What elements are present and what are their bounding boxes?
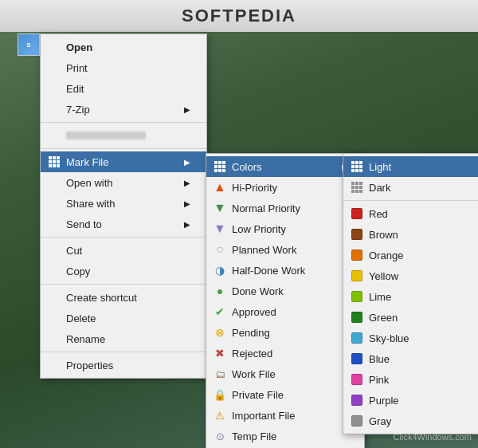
rename-icon <box>47 332 61 346</box>
lime-dot <box>351 291 362 302</box>
normalpriority-icon: ▼ <box>213 201 227 215</box>
menu-item-plannedwork[interactable]: ○ Planned Work <box>206 239 364 260</box>
menu-item-properties[interactable]: Properties <box>41 355 206 375</box>
menu-item-workfile[interactable]: 🗂 Work File <box>206 364 364 384</box>
menu-item-markfile[interactable]: Mark File ▶ <box>41 151 206 172</box>
menu-item-gray[interactable]: Gray <box>343 411 478 431</box>
approved-icon: ✔ <box>213 305 227 319</box>
sendto-arrow: ▶ <box>184 220 190 229</box>
menu-item-donework[interactable]: ● Done Work <box>206 281 364 301</box>
sendto-label: Send to <box>66 218 179 230</box>
green-icon <box>350 310 364 324</box>
menu-item-approved[interactable]: ✔ Approved <box>206 301 364 322</box>
menu-item-light[interactable]: Light ▶ <box>343 156 478 177</box>
colors-grid-icon <box>213 159 227 174</box>
orange-icon <box>350 248 364 262</box>
edit-icon <box>47 81 61 96</box>
menu-item-normalpriority[interactable]: ▼ Normal Priority <box>206 198 364 218</box>
light-icon <box>350 159 364 174</box>
delete-label: Delete <box>66 312 190 324</box>
menu-item-createshortcut[interactable]: Create shortcut <box>41 287 206 308</box>
menu-item-print[interactable]: Print <box>41 57 206 78</box>
pink-icon <box>350 372 364 387</box>
purple-label: Purple <box>369 395 478 407</box>
menu-item-sendto[interactable]: Send to ▶ <box>41 214 206 234</box>
menu-item-red[interactable]: Red <box>343 203 478 224</box>
cut-icon <box>47 243 61 257</box>
menu-item-hipriority[interactable]: ▲ Hi-Priority <box>206 177 364 198</box>
menu-item-pending[interactable]: ⊗ Pending <box>206 322 364 343</box>
menu-item-7zip[interactable]: 7-Zip ▶ <box>41 99 206 120</box>
brown-dot <box>351 229 362 240</box>
softpedia-header: SOFTPEDIA <box>0 0 478 32</box>
sep-3 <box>41 237 206 238</box>
skyblue-label: Sky-blue <box>369 332 478 344</box>
menu-item-copy[interactable]: Copy <box>41 261 206 281</box>
menu-item-privatefile[interactable]: 🔒 Private File <box>206 384 364 405</box>
pink-dot <box>351 374 362 385</box>
green-dot <box>351 312 362 323</box>
redacted-icon <box>47 128 61 143</box>
menu-item-lowpriority[interactable]: ▼ Low Priority <box>206 218 364 239</box>
gray-label: Gray <box>369 415 478 427</box>
sharewith-label: Share with <box>66 198 179 210</box>
colors-label: Colors <box>232 161 337 173</box>
approved-label: Approved <box>232 306 348 318</box>
menu-item-delete[interactable]: Delete <box>41 308 206 328</box>
orange-dot <box>351 250 362 261</box>
light-dots <box>351 161 362 172</box>
sharewith-icon <box>47 196 61 210</box>
normalpriority-label: Normal Priority <box>232 202 348 214</box>
sendto-icon <box>47 217 61 231</box>
sharewith-arrow: ▶ <box>184 199 190 208</box>
menu-item-lime[interactable]: Lime <box>343 286 478 307</box>
gray-dot <box>351 415 362 426</box>
rejected-icon: ✖ <box>213 346 227 360</box>
red-dot <box>351 208 362 219</box>
markfile-icon <box>47 155 61 169</box>
dark-label: Dark <box>369 182 474 194</box>
openwith-icon <box>47 175 61 190</box>
menu-item-cut[interactable]: Cut <box>41 240 206 261</box>
menu-item-tempfile[interactable]: ⊙ Temp File <box>206 426 364 446</box>
green-label: Green <box>369 312 478 324</box>
softpedia-logo: SOFTPEDIA <box>182 6 296 26</box>
menu-item-rejected[interactable]: ✖ Rejected <box>206 343 364 364</box>
menu-item-green[interactable]: Green <box>343 307 478 328</box>
menu-item-importantfile[interactable]: ⚠ Important File <box>206 405 364 426</box>
menu-item-rename[interactable]: Rename <box>41 328 206 349</box>
menu-item-brown[interactable]: Brown <box>343 224 478 245</box>
pending-icon: ⊗ <box>213 325 227 340</box>
menu-item-openwith[interactable]: Open with ▶ <box>41 172 206 193</box>
menu-item-yellow[interactable]: Yellow <box>343 265 478 286</box>
red-icon <box>350 206 364 221</box>
tempfile-icon: ⊙ <box>213 429 227 443</box>
sep-5 <box>41 352 206 352</box>
colors-header-item[interactable]: Colors ▶ <box>206 156 364 177</box>
menu-item-orange[interactable]: Orange <box>343 245 478 265</box>
menu-item-skyblue[interactable]: Sky-blue <box>343 328 478 348</box>
menu-item-open[interactable]: Open <box>41 37 206 57</box>
menu-item-halfdonework[interactable]: ◑ Half-Done Work <box>206 260 364 281</box>
colors-submenu: Colors ▶ ▲ Hi-Priority ▼ Normal Priority… <box>206 153 365 448</box>
menu-item-pink[interactable]: Pink <box>343 369 478 390</box>
menu-item-edit[interactable]: Edit <box>41 78 206 99</box>
menu-item-sharewith[interactable]: Share with ▶ <box>41 193 206 214</box>
menu-item-purple[interactable]: Purple <box>343 390 478 411</box>
edit-label: Edit <box>66 83 190 95</box>
red-label: Red <box>369 208 478 220</box>
menu-item-blue[interactable]: Blue <box>343 348 478 369</box>
brown-icon <box>350 227 364 242</box>
light-submenu: Light ▶ Dark ▶ Red Brown Orange Yellow L… <box>343 153 478 434</box>
yellow-dot <box>351 270 362 281</box>
rejected-label: Rejected <box>232 348 348 360</box>
sep-1 <box>41 122 206 123</box>
hipriority-label: Hi-Priority <box>232 182 348 194</box>
createshortcut-icon <box>47 290 61 305</box>
openwith-label: Open with <box>66 177 179 189</box>
markfile-label: Mark File <box>66 156 179 168</box>
open-icon <box>47 40 61 54</box>
plannedwork-icon: ○ <box>213 242 227 257</box>
blue-dot <box>351 353 362 364</box>
menu-item-dark[interactable]: Dark ▶ <box>343 177 478 198</box>
